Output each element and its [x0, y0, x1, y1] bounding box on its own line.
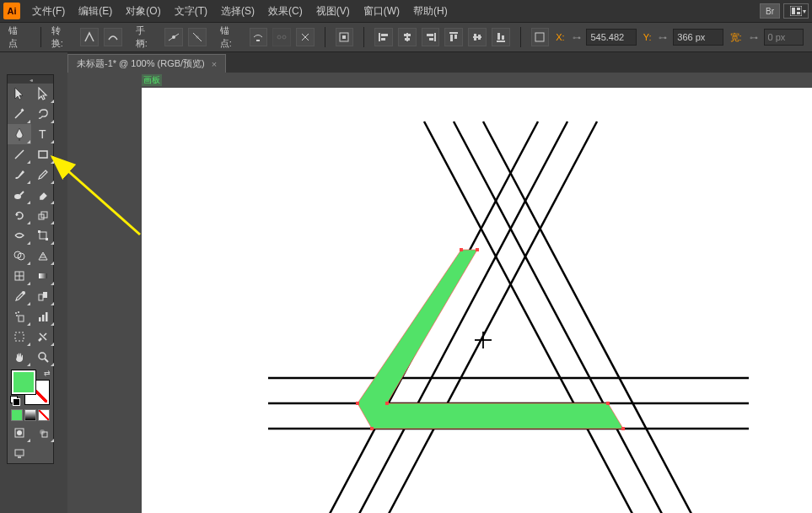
color-mode-row	[8, 408, 53, 423]
eyedropper-tool[interactable]	[8, 286, 31, 306]
pen-tool[interactable]	[8, 124, 31, 144]
shape-builder-tool[interactable]	[8, 246, 31, 266]
gradient-tool[interactable]	[31, 266, 55, 286]
menu-file[interactable]: 文件(F)	[25, 4, 72, 19]
screen-mode[interactable]	[8, 443, 31, 463]
anchors-label: 锚点:	[220, 24, 241, 50]
align-hcenter-icon[interactable]	[398, 28, 417, 46]
svg-rect-59	[38, 230, 40, 233]
app-logo: Ai	[3, 3, 20, 19]
svg-rect-66	[39, 273, 47, 278]
connect-anchor-icon[interactable]	[272, 28, 291, 46]
svg-rect-45	[606, 402, 610, 405]
swap-fill-stroke-icon[interactable]: ⇄	[44, 369, 51, 377]
link-icon[interactable]: ⊶	[659, 30, 669, 45]
x-value-input[interactable]: 545.482	[586, 29, 636, 46]
menu-window[interactable]: 窗口(W)	[357, 4, 406, 19]
color-mode-solid[interactable]	[11, 409, 23, 421]
menu-help[interactable]: 帮助(H)	[406, 4, 454, 19]
document-tab[interactable]: 未标题-1* @ 100% (RGB/预览) ×	[67, 54, 226, 73]
svg-line-41	[483, 122, 698, 513]
x-label: X:	[554, 32, 566, 42]
zoom-tool[interactable]	[31, 347, 55, 367]
svg-point-81	[17, 430, 22, 435]
svg-rect-3	[797, 12, 800, 14]
menu-bar: Ai 文件(F) 编辑(E) 对象(O) 文字(T) 选择(S) 效果(C) 视…	[0, 0, 812, 22]
svg-rect-16	[381, 38, 385, 40]
column-graph-tool[interactable]	[31, 306, 55, 327]
color-mode-gradient[interactable]	[24, 409, 36, 421]
svg-point-51	[22, 110, 24, 111]
blob-brush-tool[interactable]	[8, 185, 31, 205]
svg-rect-2	[797, 8, 800, 10]
link-icon[interactable]: ⊶	[572, 30, 582, 45]
hand-tool[interactable]	[8, 347, 31, 367]
direct-selection-tool[interactable]	[31, 84, 55, 104]
artboard[interactable]	[142, 88, 812, 513]
arrange-docs-button[interactable]	[783, 3, 809, 19]
perspective-grid-tool[interactable]	[31, 246, 55, 266]
align-right-icon[interactable]	[422, 28, 440, 46]
selection-tool[interactable]	[8, 84, 31, 104]
menu-type[interactable]: 文字(T)	[168, 4, 214, 19]
y-value-input[interactable]: 366 px	[673, 29, 723, 46]
draw-mode-behind[interactable]	[31, 423, 55, 443]
menu-view[interactable]: 视图(V)	[309, 4, 357, 19]
convert-smooth-icon[interactable]	[104, 28, 122, 46]
y-label: Y:	[642, 32, 653, 42]
magic-wand-tool[interactable]	[8, 104, 31, 124]
svg-rect-76	[46, 312, 48, 321]
svg-rect-24	[450, 35, 453, 41]
link-icon[interactable]: ⊶	[749, 30, 759, 45]
transform-icon[interactable]	[531, 28, 550, 46]
width-tool[interactable]	[8, 225, 31, 246]
handle-hide-icon[interactable]	[188, 28, 207, 46]
eraser-tool[interactable]	[31, 185, 55, 205]
align-top-icon[interactable]	[444, 28, 463, 46]
line-tool[interactable]	[8, 144, 31, 165]
symbol-sprayer-tool[interactable]	[8, 306, 31, 327]
svg-rect-68	[39, 294, 43, 300]
mesh-tool[interactable]	[8, 266, 31, 286]
scale-tool[interactable]	[31, 205, 55, 225]
close-tab-icon[interactable]: ×	[212, 59, 217, 69]
svg-line-37	[352, 122, 567, 513]
isolate-icon[interactable]	[336, 28, 354, 46]
free-transform-tool[interactable]	[31, 225, 55, 246]
menu-select[interactable]: 选择(S)	[214, 4, 261, 19]
align-bottom-icon[interactable]	[492, 28, 510, 46]
bridge-button[interactable]: Br	[760, 3, 780, 19]
rectangle-tool[interactable]	[31, 144, 55, 165]
svg-line-53	[15, 150, 24, 159]
align-vcenter-icon[interactable]	[468, 28, 487, 46]
rotate-tool[interactable]	[8, 205, 31, 225]
align-left-icon[interactable]	[374, 28, 393, 46]
svg-rect-70	[19, 316, 24, 321]
svg-rect-27	[474, 34, 476, 40]
draw-mode-normal[interactable]	[8, 423, 31, 443]
w-value-input[interactable]: 0 px	[764, 29, 804, 46]
panel-collapse-icon[interactable]	[8, 75, 53, 84]
canvas-area[interactable]: 画板	[67, 73, 812, 513]
menu-edit[interactable]: 编辑(E)	[72, 4, 119, 19]
svg-rect-58	[40, 232, 46, 239]
cut-path-icon[interactable]	[296, 28, 315, 46]
slice-tool[interactable]	[31, 327, 55, 347]
remove-anchor-icon[interactable]	[250, 28, 268, 46]
paintbrush-tool[interactable]	[8, 165, 31, 185]
color-mode-none[interactable]	[38, 409, 50, 421]
fill-swatch[interactable]	[12, 370, 35, 394]
svg-point-72	[18, 311, 19, 313]
blend-tool[interactable]	[31, 286, 55, 306]
handle-show-icon[interactable]	[164, 28, 183, 46]
menu-object[interactable]: 对象(O)	[119, 4, 167, 19]
artboard-tool[interactable]	[8, 327, 31, 347]
pencil-tool[interactable]	[31, 165, 55, 185]
convert-corner-icon[interactable]	[80, 28, 99, 46]
type-tool[interactable]: T	[31, 124, 55, 144]
document-tab-bar: 未标题-1* @ 100% (RGB/预览) ×	[0, 52, 812, 73]
svg-point-11	[282, 35, 286, 39]
menu-effect[interactable]: 效果(C)	[261, 4, 309, 19]
lasso-tool[interactable]	[31, 104, 55, 124]
default-fill-stroke-icon[interactable]	[10, 396, 20, 406]
